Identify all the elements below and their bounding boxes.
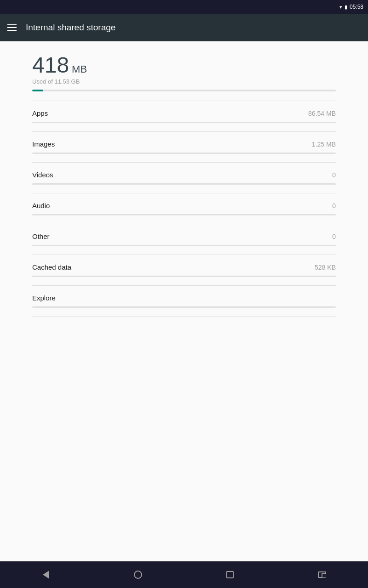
cached-value: 528 KB (315, 264, 336, 271)
audio-bar (32, 214, 336, 215)
list-item[interactable]: Images 1.25 MB (0, 132, 368, 154)
images-item-header: Images 1.25 MB (32, 140, 336, 148)
other-item-header: Other 0 (32, 232, 336, 240)
main-content: 418 MB Used of 11.53 GB Apps 86.54 MB Im… (0, 41, 368, 561)
status-time: 05:58 (350, 4, 363, 10)
list-item[interactable]: Explore (0, 286, 368, 308)
apps-value: 86.54 MB (308, 110, 336, 117)
images-bar (32, 153, 336, 154)
screenshot-icon (318, 571, 326, 578)
screenshot-button[interactable] (308, 565, 336, 584)
battery-icon: ▮ (345, 4, 347, 10)
menu-icon[interactable] (7, 24, 17, 31)
apps-item-header: Apps 86.54 MB (32, 109, 336, 117)
other-value: 0 (332, 233, 336, 240)
cached-label: Cached data (32, 263, 71, 271)
storage-unit: MB (72, 63, 87, 75)
storage-number: 418 (32, 54, 69, 76)
cached-item-header: Cached data 528 KB (32, 263, 336, 271)
storage-amount: 418 MB (32, 54, 336, 76)
list-item[interactable]: Apps 86.54 MB (0, 101, 368, 123)
other-bar (32, 245, 336, 246)
status-bar: ▾ ▮ 05:58 (0, 0, 368, 14)
storage-used-text: Used of 11.53 GB (32, 78, 336, 85)
audio-label: Audio (32, 202, 50, 209)
apps-label: Apps (32, 109, 48, 117)
home-button[interactable] (124, 565, 152, 584)
recents-icon (226, 571, 234, 578)
explore-label: Explore (32, 294, 56, 302)
videos-label: Videos (32, 171, 53, 179)
list-item[interactable]: Audio 0 (0, 193, 368, 215)
back-button[interactable] (32, 565, 60, 584)
list-item[interactable]: Videos 0 (0, 163, 368, 185)
back-icon (43, 571, 49, 579)
cached-bar (32, 276, 336, 277)
videos-bar (32, 183, 336, 185)
explore-item-header: Explore (32, 294, 336, 302)
list-item[interactable]: Cached data 528 KB (0, 255, 368, 277)
page-title: Internal shared storage (26, 23, 115, 33)
storage-summary: 418 MB Used of 11.53 GB (0, 41, 368, 101)
home-icon (134, 571, 142, 579)
videos-item-header: Videos 0 (32, 171, 336, 179)
explore-bar (32, 306, 336, 308)
divider-explore (32, 316, 336, 317)
storage-progress-fill (32, 90, 43, 91)
videos-value: 0 (332, 171, 336, 179)
apps-bar (32, 122, 336, 123)
status-icons: ▾ ▮ 05:58 (339, 4, 363, 10)
storage-progress-bar (32, 90, 336, 91)
images-value: 1.25 MB (312, 141, 336, 148)
recents-button[interactable] (216, 565, 244, 584)
audio-item-header: Audio 0 (32, 202, 336, 209)
audio-value: 0 (332, 202, 336, 209)
app-bar: Internal shared storage (0, 14, 368, 41)
nav-bar (0, 561, 368, 588)
wifi-icon: ▾ (339, 4, 342, 10)
images-label: Images (32, 140, 55, 148)
other-label: Other (32, 232, 50, 240)
list-item[interactable]: Other 0 (0, 224, 368, 246)
